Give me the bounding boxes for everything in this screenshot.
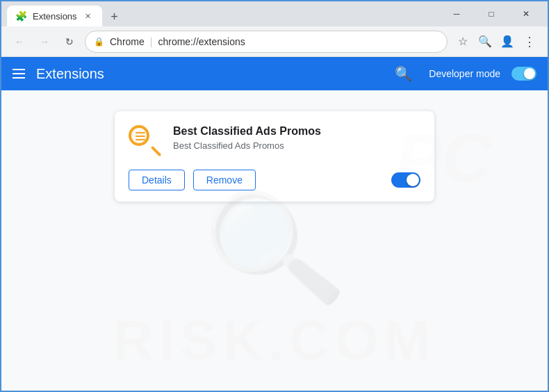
address-bar: ← → ↻ 🔒 Chrome | chrome://extensions ☆ 🔍… — [1, 26, 548, 57]
page-title: Extensions — [36, 66, 384, 82]
extension-card-header: Best Classified Ads Promos Best Classifi… — [129, 125, 420, 158]
magnifier-circle — [129, 125, 149, 146]
title-bar: 🧩 Extensions ✕ + ─ □ ✕ — [1, 1, 548, 26]
search-icon[interactable]: 🔍 — [395, 65, 412, 82]
bookmark-button[interactable]: ☆ — [453, 32, 473, 51]
magnifier-handle — [151, 146, 162, 157]
extension-name: Best Classified Ads Promos — [173, 125, 420, 138]
window-controls: ─ □ ✕ — [441, 1, 542, 26]
zoom-button[interactable]: 🔍 — [475, 32, 495, 51]
extension-description: Best Classified Ads Promos — [173, 140, 420, 151]
url-text: chrome://extensions — [158, 36, 245, 47]
hamburger-line — [13, 77, 25, 79]
hamburger-line — [13, 69, 25, 70]
refresh-button[interactable]: ↻ — [60, 32, 79, 51]
watermark-risk-text: RISK.COM — [113, 309, 436, 373]
tab-area: 🧩 Extensions ✕ + — [7, 1, 435, 26]
hamburger-line — [13, 73, 25, 74]
omnibox[interactable]: 🔒 Chrome | chrome://extensions — [85, 31, 448, 53]
tab-extension-icon: 🧩 — [15, 10, 27, 22]
magnifier-lines — [136, 132, 145, 140]
forward-button[interactable]: → — [35, 32, 54, 51]
magnifier-line — [136, 136, 145, 137]
profile-button[interactable]: 👤 — [498, 32, 517, 51]
details-button[interactable]: Details — [129, 170, 185, 190]
dev-mode-label: Developer mode — [429, 68, 500, 79]
chrome-menu-button[interactable]: ⋮ — [520, 32, 539, 51]
main-content: PC 🔍 RISK.COM Best Classi — [1, 90, 548, 392]
remove-button[interactable]: Remove — [193, 170, 256, 190]
close-button[interactable]: ✕ — [510, 1, 542, 26]
tab-label: Extensions — [33, 11, 77, 22]
extensions-tab[interactable]: 🧩 Extensions ✕ — [7, 6, 102, 26]
menu-hamburger-button[interactable] — [13, 69, 25, 79]
new-tab-button[interactable]: + — [105, 7, 124, 26]
magnifier-icon — [129, 125, 162, 158]
extensions-header: Extensions 🔍 Developer mode — [1, 57, 548, 90]
tab-close-btn[interactable]: ✕ — [83, 10, 94, 22]
magnifier-line — [136, 132, 145, 133]
url-separator: | — [150, 36, 153, 47]
extension-toggle-knob — [407, 174, 419, 186]
toggle-knob — [524, 68, 535, 79]
extension-card-actions: Details Remove — [129, 170, 420, 190]
magnifier-line — [136, 139, 145, 140]
extension-toggle[interactable] — [391, 172, 420, 188]
minimize-button[interactable]: ─ — [441, 1, 473, 26]
back-button[interactable]: ← — [10, 32, 29, 51]
extension-info: Best Classified Ads Promos Best Classifi… — [173, 125, 420, 151]
developer-mode-toggle[interactable] — [511, 67, 536, 81]
omnibox-actions: ☆ 🔍 👤 ⋮ — [453, 32, 539, 51]
maximize-button[interactable]: □ — [475, 1, 507, 26]
extension-icon — [129, 125, 162, 158]
extension-card: Best Classified Ads Promos Best Classifi… — [115, 111, 434, 202]
chrome-label: Chrome — [110, 36, 145, 47]
lock-icon: 🔒 — [94, 37, 104, 47]
